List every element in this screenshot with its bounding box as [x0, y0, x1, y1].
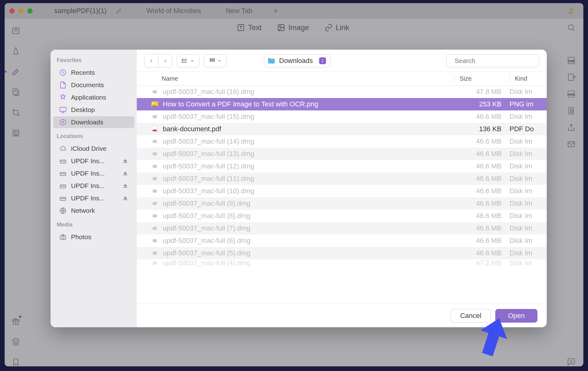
disk-icon [59, 182, 67, 190]
finder-main: Downloads Name Size Kind updf-50037_mac-… [137, 50, 547, 327]
sidebar-item-updf-ins-[interactable]: UPDF Ins... [53, 192, 134, 204]
svg-rect-22 [60, 160, 66, 163]
file-name: updf-50037_mac-full (7).dmg [163, 224, 454, 232]
grid-view-button[interactable] [204, 54, 227, 67]
sidebar-item-recents[interactable]: Recents [53, 67, 134, 78]
svg-rect-51 [153, 214, 157, 217]
file-kind: Disk Im [510, 249, 539, 257]
back-button[interactable] [145, 54, 158, 67]
file-name: updf-50037_mac-full (8).dmg [163, 212, 454, 220]
sidebar-item-updf-ins-[interactable]: UPDF Ins... [53, 180, 134, 192]
file-size: 47.2 MB [454, 259, 510, 267]
file-row[interactable]: updf-50037_mac-full (13).dmg46.6 MBDisk … [137, 148, 547, 160]
sidebar-item-downloads[interactable]: Downloads [53, 116, 134, 128]
chevron-down-icon [190, 59, 194, 63]
column-size[interactable]: Size [454, 75, 510, 82]
search-input[interactable] [455, 57, 536, 65]
file-row[interactable]: updf-50037_mac-full (10).dmg46.6 MBDisk … [137, 185, 547, 197]
svg-rect-34 [213, 58, 215, 60]
sidebar-item-photos[interactable]: Photos [53, 231, 134, 243]
file-row[interactable]: updf-50037_mac-full (11).dmg46.6 MBDisk … [137, 172, 547, 185]
file-kind: Disk Im [510, 187, 539, 195]
eject-icon[interactable] [122, 195, 128, 201]
chevron-down-icon [218, 59, 221, 63]
file-kind: PDF Do [510, 125, 539, 133]
file-row[interactable]: bank-document.pdf136 KBPDF Do [137, 123, 547, 135]
sidebar-item-icloud-drive[interactable]: iCloud Drive [53, 143, 134, 154]
sidebar-item-applications[interactable]: Applications [53, 92, 134, 103]
svg-rect-55 [153, 261, 157, 265]
folder-dropdown[interactable]: Downloads [264, 54, 331, 67]
updown-icon [319, 57, 326, 64]
file-kind: Disk Im [510, 224, 539, 232]
sidebar-item-updf-ins-[interactable]: UPDF Ins... [53, 168, 134, 179]
eject-icon[interactable] [122, 183, 128, 189]
file-kind: PNG im [510, 100, 539, 108]
svg-rect-47 [153, 165, 157, 168]
finder-footer: Cancel Open [137, 304, 547, 327]
file-kind: Disk Im [510, 150, 539, 158]
file-row[interactable]: updf-50037_mac-full (5).dmg46.6 MBDisk I… [137, 247, 547, 259]
media-heading: Media [51, 220, 137, 230]
file-name: updf-50037_mac-full (14).dmg [163, 137, 454, 145]
sidebar-item-documents[interactable]: Documents [53, 79, 134, 91]
file-size: 46.6 MB [454, 150, 510, 158]
file-row[interactable]: updf-50037_mac-full (15).dmg46.6 MBDisk … [137, 110, 547, 123]
file-icon [151, 101, 158, 108]
file-kind: Disk Im [510, 88, 539, 96]
svg-rect-49 [153, 190, 157, 193]
file-name: updf-50037_mac-full (4).dmg [163, 259, 454, 267]
cloud-icon [59, 145, 67, 152]
forward-button[interactable] [158, 54, 172, 67]
svg-point-28 [62, 236, 64, 239]
file-row[interactable]: updf-50037_mac-full (8).dmg46.6 MBDisk I… [137, 210, 547, 222]
svg-rect-23 [60, 172, 66, 176]
search-field[interactable] [446, 54, 539, 67]
eject-icon[interactable] [122, 158, 128, 164]
file-list-header: Name Size Kind [137, 72, 547, 86]
file-kind: Disk Im [510, 113, 539, 121]
file-size: 46.6 MB [454, 249, 510, 257]
file-icon [151, 113, 158, 120]
sidebar-item-network[interactable]: Network [53, 205, 134, 217]
column-name[interactable]: Name [151, 75, 454, 82]
file-size: 47.8 MB [454, 88, 510, 96]
column-kind[interactable]: Kind [510, 75, 539, 82]
list-view-button[interactable] [176, 54, 199, 67]
app-icon [59, 94, 67, 101]
file-row[interactable]: How to Convert a PDF Image to Text with … [137, 98, 547, 110]
locations-heading: Locations [51, 131, 137, 142]
file-name: updf-50037_mac-full (9).dmg [163, 199, 454, 208]
file-size: 46.6 MB [454, 237, 510, 245]
file-row[interactable]: updf-50037_mac-full (4).dmg47.2 MBDisk I… [137, 259, 547, 267]
sidebar-item-label: Network [71, 207, 128, 214]
file-icon [151, 225, 158, 232]
file-size: 136 KB [454, 125, 510, 133]
file-icon [151, 175, 158, 182]
sidebar-item-updf-ins-[interactable]: UPDF Ins... [53, 155, 134, 167]
svg-rect-36 [212, 60, 213, 61]
file-row[interactable]: updf-50037_mac-full (6).dmg46.6 MBDisk I… [137, 235, 547, 247]
file-kind: Disk Im [510, 162, 539, 170]
file-name: updf-50037_mac-full (15).dmg [163, 113, 454, 121]
folder-icon [267, 57, 275, 64]
file-open-dialog: Favorites RecentsDocumentsApplicationsDe… [51, 50, 547, 327]
download-icon [59, 118, 67, 126]
file-kind: Disk Im [510, 199, 539, 208]
file-size: 46.6 MB [454, 162, 510, 170]
file-row[interactable]: updf-50037_mac-full (14).dmg46.6 MBDisk … [137, 135, 547, 148]
open-button[interactable]: Open [495, 309, 537, 323]
eject-icon[interactable] [122, 171, 128, 176]
app-window: samplePDF(1)(1) World of Microbes New Ta… [5, 3, 583, 366]
cancel-button[interactable]: Cancel [451, 309, 491, 323]
sidebar-item-desktop[interactable]: Desktop [53, 104, 134, 116]
file-name: updf-50037_mac-full (5).dmg [163, 249, 454, 257]
file-row[interactable]: updf-50037_mac-full (7).dmg46.6 MBDisk I… [137, 222, 547, 235]
svg-rect-35 [210, 60, 211, 61]
file-kind: Disk Im [510, 237, 539, 245]
file-size: 253 KB [454, 100, 510, 108]
file-row[interactable]: updf-50037_mac-full (9).dmg46.6 MBDisk I… [137, 197, 547, 210]
svg-rect-39 [153, 90, 157, 93]
file-row[interactable]: updf-50037_mac-full (12).dmg46.6 MBDisk … [137, 160, 547, 172]
file-row[interactable]: updf-50037_mac-full (16).dmg47.8 MBDisk … [137, 86, 547, 98]
